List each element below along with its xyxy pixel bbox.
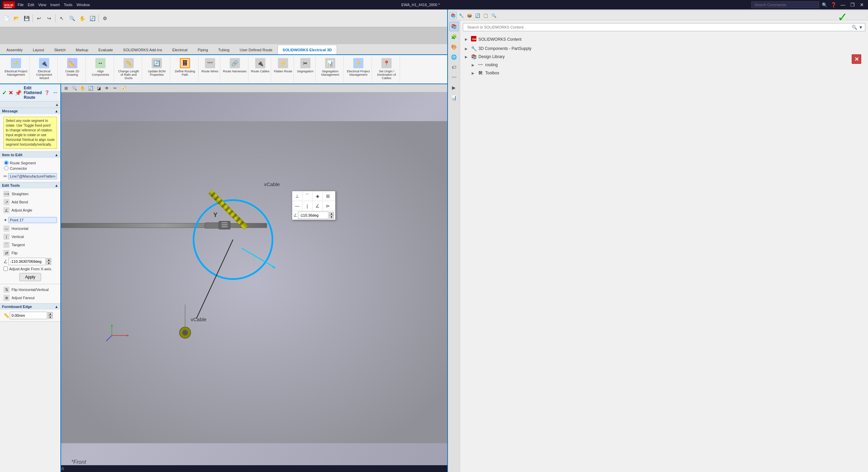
elec-project-icon2[interactable]: ⚡ <box>352 57 364 69</box>
formboard-input[interactable] <box>10 312 47 319</box>
create-2d-icon[interactable]: 📐 <box>66 57 78 69</box>
angle-up-button[interactable]: ▲ <box>46 258 51 261</box>
radio-route-segment[interactable]: Route Segment <box>4 161 56 165</box>
update-bom-icon[interactable]: 🔄 <box>151 57 163 69</box>
add-bend-tool[interactable]: ↗ Add Bend <box>2 198 58 206</box>
edit-tools-header[interactable]: Edit Tools ▲ <box>0 182 60 188</box>
view-rotate[interactable]: 🔄 <box>87 85 94 92</box>
flip-tool[interactable]: ⇄ Flip <box>2 249 58 257</box>
align-icon[interactable]: ↔ <box>94 57 107 69</box>
popup-btn-1[interactable]: ⊥ <box>292 191 302 201</box>
toolbar-zoom[interactable]: 🔍 <box>67 14 77 23</box>
adjust-angle-tool[interactable]: ∠ Adjust Angle <box>2 206 58 214</box>
toolbar-save[interactable]: 💾 <box>22 14 31 23</box>
menu-tools[interactable]: Tools <box>64 3 73 7</box>
view-orientation[interactable]: 🧭 <box>119 85 127 92</box>
tab-piping[interactable]: Piping <box>192 45 213 54</box>
angle-input[interactable] <box>8 258 46 265</box>
tab-electrical[interactable]: Electrical <box>167 45 193 54</box>
tab-markup[interactable]: Markup <box>71 45 93 54</box>
flatten-route-icon[interactable]: ⚡ <box>277 57 289 69</box>
define-routing-icon[interactable]: 🛤 <box>179 57 191 69</box>
toolbar-pan[interactable]: ✋ <box>77 14 87 23</box>
radio-connector[interactable]: Connector <box>4 166 56 170</box>
ri-btn-simulation[interactable]: 📊 <box>449 93 459 103</box>
toolbar-open[interactable]: 📂 <box>12 14 21 23</box>
toolbar-new[interactable]: 📄 <box>1 14 11 23</box>
formboard-up-button[interactable]: ▲ <box>48 312 53 315</box>
change-length-icon[interactable]: 📏 <box>122 57 135 69</box>
view-zoom[interactable]: 🔍 <box>71 85 78 92</box>
search-commands-input[interactable] <box>751 1 819 8</box>
cancel-panel-button[interactable]: ✕ <box>8 90 13 96</box>
view-pan[interactable]: ✋ <box>79 85 86 92</box>
tab-sketch[interactable]: Sketch <box>49 45 71 54</box>
tab-layout[interactable]: Layout <box>28 45 49 54</box>
collapse-message-btn[interactable]: ▲ <box>55 102 59 107</box>
maximize-button[interactable]: ❐ <box>849 2 856 7</box>
popup-btn-8[interactable]: ⊳ <box>323 201 333 211</box>
menu-insert[interactable]: Insert <box>50 3 60 7</box>
ri-btn-components[interactable]: 🧩 <box>449 32 459 41</box>
toolbar-options[interactable]: ⚙ <box>100 14 110 23</box>
view-hide-show[interactable]: 👁 <box>103 85 111 92</box>
tab-user-defined-route[interactable]: User Defined Route <box>234 45 278 54</box>
canvas-area[interactable]: vCable vCable Y * <box>61 92 447 472</box>
rp-search-dropdown-btn[interactable]: ▼ <box>858 25 863 30</box>
tab-solidworks-electrical-3d[interactable]: SOLIDWORKS Electrical 3D <box>278 45 337 54</box>
toolbar-select[interactable]: ↖ <box>57 14 67 23</box>
ri-btn-scenes[interactable]: 🌐 <box>449 52 459 62</box>
rp-tab-5[interactable]: 📋 <box>482 12 489 19</box>
route-cables-icon[interactable]: 🔌 <box>254 57 266 69</box>
route-wires-icon[interactable]: 〰 <box>204 57 216 69</box>
red-x-overlay[interactable]: ✕ <box>852 54 861 64</box>
rp-search-btn[interactable]: 🔍 <box>852 25 857 30</box>
tree-design-library[interactable]: ▶ 📚 Design Library <box>463 53 865 61</box>
toolbar-redo[interactable]: ↪ <box>44 14 54 23</box>
apply-button[interactable]: Apply <box>19 273 41 281</box>
component-wizard-icon[interactable]: 🔌 <box>38 57 50 69</box>
tree-3d-components[interactable]: ▶ 🔧 3D Components - PartSupply <box>463 44 865 53</box>
tree-toolbox[interactable]: ▶ 🛠 Toolbox <box>470 69 865 77</box>
panel-help-button[interactable]: ❓ <box>44 89 50 96</box>
segregation-mgmt-icon[interactable]: 📊 <box>324 57 336 69</box>
tab-evaluate[interactable]: Evaluate <box>93 45 118 54</box>
popup-angle-input[interactable] <box>298 212 328 219</box>
popup-angle-up[interactable]: ▲ <box>329 212 334 215</box>
route-harnesses-icon[interactable]: 🔗 <box>229 57 241 69</box>
ri-btn-motion[interactable]: ▶ <box>449 83 459 92</box>
vertical-tool[interactable]: | Vertical <box>2 233 58 241</box>
rp-tab-4[interactable]: 🔄 <box>474 12 481 19</box>
tab-solidworks-addins[interactable]: SOLIDWORKS Add-Ins <box>118 45 167 54</box>
help-icon[interactable]: ❓ <box>830 2 837 7</box>
rp-tab-6[interactable]: 🔍 <box>490 12 497 19</box>
tab-assembly[interactable]: Assembly <box>1 45 28 54</box>
ri-btn-decals[interactable]: 🏷 <box>449 62 459 72</box>
angle-down-button[interactable]: ▼ <box>46 261 51 265</box>
formboard-down-button[interactable]: ▼ <box>48 315 53 319</box>
green-checkmark-overlay[interactable]: ✓ <box>837 10 848 24</box>
ri-btn-library[interactable]: 📚 <box>449 22 459 31</box>
adjust-angle-checkbox[interactable] <box>3 267 8 271</box>
line-input[interactable] <box>8 173 57 179</box>
toolbar-undo[interactable]: ↩ <box>34 14 44 23</box>
point-input[interactable] <box>8 217 57 223</box>
rp-tab-2[interactable]: 🔧 <box>457 12 465 19</box>
popup-btn-2[interactable]: ⌒ <box>302 191 313 201</box>
horizontal-tool[interactable]: — Horizontal <box>2 224 58 233</box>
popup-btn-3[interactable]: ◈ <box>313 191 323 201</box>
flip-horizontal-vertical-tool[interactable]: ⇅ Flip Horizontal/Vertical <box>2 286 58 294</box>
popup-btn-5[interactable]: — <box>292 201 302 211</box>
popup-btn-4[interactable]: ⊞ <box>323 191 333 201</box>
view-display-style[interactable]: ◪ <box>95 85 102 92</box>
message-header[interactable]: Message ▲ <box>0 108 60 114</box>
minimize-button[interactable]: — <box>839 2 846 7</box>
menu-file[interactable]: File <box>18 3 24 7</box>
ri-btn-routing[interactable]: 〰 <box>449 73 459 82</box>
close-button[interactable]: ✕ <box>858 2 865 7</box>
toolbar-rotate[interactable]: 🔄 <box>88 14 97 23</box>
adjust-fanout-tool[interactable]: ⊕ Adjust Fanout <box>2 294 58 302</box>
item-to-edit-header[interactable]: Item to Edit ▲ <box>0 152 60 158</box>
menu-view[interactable]: View <box>38 3 46 7</box>
segregation-icon[interactable]: ✂ <box>299 57 312 69</box>
